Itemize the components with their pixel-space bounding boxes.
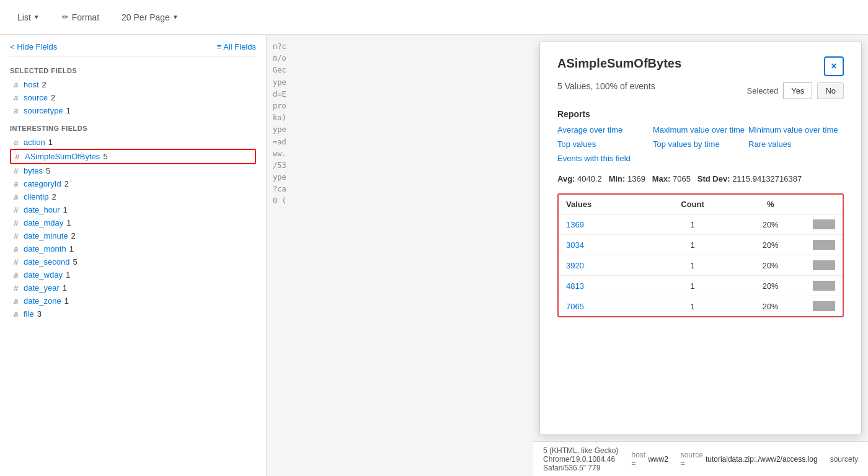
max-label: Max: [652, 174, 671, 183]
list-label: List [17, 12, 31, 22]
field-type-icon: a [14, 192, 20, 201]
field-type-icon: a [14, 93, 20, 102]
value-cell[interactable]: 1369 [559, 214, 650, 235]
interesting-field-item[interactable]: afile 3 [10, 307, 256, 320]
avg-value: 4040.2 [577, 174, 602, 183]
report-link[interactable]: Maximum value over time [653, 124, 748, 136]
value-cell[interactable]: 4813 [559, 276, 650, 296]
interesting-field-item[interactable]: adate_month 1 [10, 242, 256, 255]
value-cell[interactable]: 7065 [559, 296, 650, 317]
field-name[interactable]: date_second [24, 257, 69, 267]
table-row: 3034 1 20% [559, 235, 843, 255]
interesting-field-item[interactable]: #ASimpleSumOfBytes 5 [10, 149, 256, 164]
field-type-icon: # [14, 257, 20, 267]
field-name[interactable]: date_year [24, 283, 60, 293]
report-link[interactable]: Rare values [748, 138, 844, 150]
bar-cell [805, 235, 843, 255]
selected-field-item[interactable]: asource 2 [10, 91, 256, 104]
field-count: 5 [46, 166, 50, 175]
popup-overlay: ASimpleSumOfBytes × 5 Values, 100% of ev… [533, 35, 868, 476]
field-type-icon: # [15, 152, 21, 161]
interesting-fields-list: aaction 1#ASimpleSumOfBytes 5#bytes 5aca… [10, 136, 256, 320]
interesting-fields-section-label: INTERESTING FIELDS [10, 125, 256, 132]
field-count: 1 [48, 138, 53, 147]
interesting-field-item[interactable]: #date_minute 2 [10, 229, 256, 242]
field-name[interactable]: host [24, 80, 39, 89]
reports-section: Reports Average over timeMaximum value o… [557, 109, 844, 164]
selected-fields-list: ahost 2asource 2asourcetype 1 [10, 78, 256, 117]
all-fields-link[interactable]: ≡ All Fields [217, 42, 256, 51]
perpage-chevron-icon: ▼ [172, 14, 179, 20]
field-name[interactable]: sourcetype [24, 106, 63, 115]
field-type-icon: # [14, 283, 20, 293]
field-name[interactable]: date_month [24, 244, 66, 253]
field-name[interactable]: date_zone [24, 296, 61, 306]
field-count: 2 [51, 93, 55, 102]
report-link[interactable]: Minimum value over time [748, 124, 844, 136]
field-name[interactable]: date_hour [24, 205, 60, 214]
list-button[interactable]: List ▼ [12, 10, 45, 25]
field-name[interactable]: file [24, 309, 34, 319]
field-count: 3 [37, 309, 42, 319]
no-toggle-button[interactable]: No [817, 82, 844, 99]
close-button[interactable]: × [824, 56, 844, 76]
list-chevron-icon: ▼ [33, 14, 40, 20]
field-name[interactable]: categoryId [24, 179, 61, 188]
interesting-field-item[interactable]: #date_mday 1 [10, 216, 256, 229]
yes-toggle-button[interactable]: Yes [783, 82, 812, 99]
interesting-field-item[interactable]: adate_zone 1 [10, 294, 256, 307]
field-count: 2 [42, 80, 46, 89]
report-link[interactable]: Average over time [557, 124, 653, 136]
report-link[interactable]: Events with this field [557, 152, 653, 164]
hide-fields-link[interactable]: < Hide Fields [10, 42, 57, 51]
interesting-field-item[interactable]: aaction 1 [10, 136, 256, 149]
interesting-field-item[interactable]: adate_wday 1 [10, 268, 256, 281]
selected-field-item[interactable]: asourcetype 1 [10, 104, 256, 117]
field-name[interactable]: date_minute [24, 231, 68, 240]
table-row: 1369 1 20% [559, 214, 843, 235]
popup-title: ASimpleSumOfBytes [557, 56, 681, 71]
interesting-field-item[interactable]: #date_second 5 [10, 255, 256, 268]
interesting-field-item[interactable]: #bytes 5 [10, 164, 256, 177]
values-table: Values Count % 1369 1 20% 3034 1 20% [559, 195, 843, 316]
min-label: Min: [609, 174, 626, 183]
field-name[interactable]: action [24, 138, 45, 147]
stats-row: Avg: 4040.2 Min: 1369 Max: 7065 Std Dev:… [557, 174, 844, 183]
report-link[interactable]: Top values by time [653, 138, 748, 150]
interesting-field-item[interactable]: #date_hour 1 [10, 203, 256, 216]
count-cell: 1 [650, 296, 736, 317]
field-name[interactable]: date_wday [24, 270, 63, 280]
value-cell[interactable]: 3920 [559, 255, 650, 276]
interesting-field-item[interactable]: acategoryId 2 [10, 177, 256, 190]
field-name[interactable]: clientip [24, 192, 48, 201]
field-name[interactable]: bytes [24, 166, 43, 175]
field-name[interactable]: source [24, 93, 48, 102]
bar-cell [805, 296, 843, 317]
values-table-container: Values Count % 1369 1 20% 3034 1 20% [557, 193, 844, 317]
value-cell[interactable]: 3034 [559, 235, 650, 255]
content-area: n?cm/oGecyped=Eproko)ype=adww./53ype?ca0… [267, 35, 868, 476]
max-value: 7065 [673, 174, 691, 183]
interesting-field-item[interactable]: #date_year 1 [10, 281, 256, 294]
interesting-field-item[interactable]: aclientip 2 [10, 190, 256, 203]
table-row: 4813 1 20% [559, 276, 843, 296]
bar-cell [805, 255, 843, 276]
field-count: 2 [51, 192, 56, 201]
field-type-icon: a [14, 309, 20, 319]
selected-field-item[interactable]: ahost 2 [10, 78, 256, 91]
col-count-header: Count [650, 195, 736, 214]
format-button[interactable]: ✏ Format [57, 10, 104, 25]
field-type-icon: # [14, 218, 20, 227]
col-pct-header: % [735, 195, 805, 214]
perpage-button[interactable]: 20 Per Page ▼ [117, 10, 184, 25]
bar-cell [805, 276, 843, 296]
field-count: 5 [103, 152, 107, 161]
field-name[interactable]: date_mday [24, 218, 63, 227]
field-name[interactable]: ASimpleSumOfBytes [25, 152, 100, 161]
pct-cell: 20% [735, 296, 805, 317]
report-link[interactable]: Top values [557, 138, 653, 150]
field-count: 1 [63, 205, 68, 214]
field-type-icon: # [14, 205, 20, 214]
field-type-icon: a [14, 179, 20, 188]
field-count: 1 [63, 283, 67, 293]
